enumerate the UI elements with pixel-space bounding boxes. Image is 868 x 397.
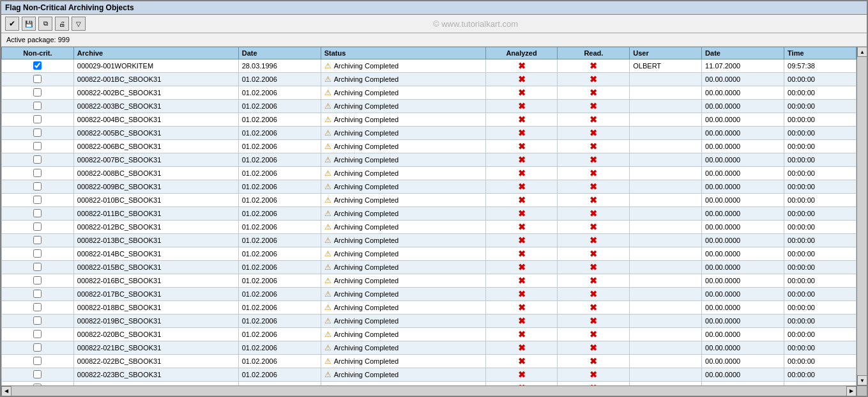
print-button[interactable]: 🖨 [55,17,69,31]
noncrit-checkbox[interactable] [33,330,42,338]
filter-button[interactable]: ▽ [72,17,86,31]
warning-icon: ⚠ [324,236,331,245]
analyzed-x-icon: ✖ [518,155,526,165]
noncrit-checkbox[interactable] [33,102,42,110]
analyzed-x-icon: ✖ [518,262,526,272]
time-cell: 00:00:00 [784,180,857,194]
date2-cell: 11.07.2000 [702,59,784,73]
noncrit-checkbox[interactable] [33,128,42,137]
date2-cell: 00.00.0000 [702,127,784,140]
noncrit-checkbox[interactable] [33,155,42,164]
table-container: Non-crit. Archive Date Status Analyzed R… [1,47,857,385]
scroll-track-vertical [857,57,867,375]
noncrit-checkbox[interactable] [33,263,42,271]
table-row: 000822-004BC_SBOOK3101.02.2006⚠Archiving… [2,113,857,127]
user-cell [630,368,702,382]
noncrit-checkbox[interactable] [33,88,42,97]
noncrit-checkbox[interactable] [33,384,42,386]
time-cell: 00:00:00 [784,247,857,261]
date-cell: 01.02.2006 [238,234,321,247]
time-cell: 00:00:00 [784,355,857,368]
user-cell [630,100,702,113]
read-cell: ✖ [558,59,630,73]
read-x-icon: ✖ [590,155,597,165]
analyzed-x-icon: ✖ [518,289,526,299]
noncrit-checkbox[interactable] [33,222,42,231]
scroll-up-button[interactable]: ▲ [857,47,867,57]
scroll-left-button[interactable]: ◀ [1,386,11,396]
table-row: 000822-016BC_SBOOK3101.02.2006⚠Archiving… [2,274,857,288]
date2-cell: 00.00.0000 [702,100,784,113]
analyzed-cell: ✖ [485,355,558,368]
noncrit-checkbox[interactable] [33,290,42,298]
archive-cell: 000822-011BC_SBOOK31 [73,207,238,221]
noncrit-checkbox[interactable] [33,357,42,365]
user-cell [630,328,702,341]
noncrit-checkbox[interactable] [33,343,42,352]
check-button[interactable]: ✔ [5,17,19,31]
vertical-scrollbar[interactable]: ▲ ▼ [857,47,867,385]
archive-cell: 000029-001WORKITEM [73,59,238,73]
user-cell [630,274,702,288]
table-row: 000822-021BC_SBOOK3101.02.2006⚠Archiving… [2,341,857,355]
read-cell: ✖ [558,315,630,328]
noncrit-cell [2,100,74,113]
analyzed-cell: ✖ [485,59,558,73]
read-x-icon: ✖ [590,222,597,232]
analyzed-cell: ✖ [485,140,558,153]
read-x-icon: ✖ [590,343,597,353]
noncrit-checkbox[interactable] [33,236,42,244]
table-row: 000822-015BC_SBOOK3101.02.2006⚠Archiving… [2,261,857,274]
date-cell: 01.02.2006 [238,355,321,368]
col-header-archive: Archive [73,47,238,59]
noncrit-cell [2,274,74,288]
status-cell: ⚠Archiving Completed [321,368,485,382]
date-cell: 01.02.2006 [238,328,321,341]
table-row: 000822-005BC_SBOOK3101.02.2006⚠Archiving… [2,127,857,140]
noncrit-checkbox[interactable] [33,75,42,83]
scroll-right-button[interactable]: ▶ [846,386,857,396]
col-header-noncrit: Non-crit. [2,47,74,59]
analyzed-x-icon: ✖ [518,356,526,366]
noncrit-checkbox[interactable] [33,182,42,191]
noncrit-cell [2,167,74,180]
noncrit-checkbox[interactable] [33,316,42,325]
noncrit-checkbox[interactable] [33,115,42,123]
date-cell: 01.02.2006 [238,207,321,221]
save-button[interactable]: 💾 [22,17,36,31]
user-cell [630,113,702,127]
read-x-icon: ✖ [590,370,597,380]
archive-cell: 000822-001BC_SBOOK31 [73,73,238,86]
analyzed-cell: ✖ [485,341,558,355]
status-cell: ⚠Archiving Completed [321,59,485,73]
noncrit-checkbox[interactable] [33,142,42,150]
scroll-down-button[interactable]: ▼ [857,375,867,385]
noncrit-checkbox[interactable] [33,209,42,217]
time-cell: 00:00:00 [784,86,857,100]
noncrit-checkbox[interactable] [33,276,42,284]
analyzed-cell: ✖ [485,234,558,247]
date-cell: 01.02.2006 [238,247,321,261]
read-x-icon: ✖ [590,182,597,192]
read-x-icon: ✖ [590,168,597,178]
date2-cell: 00.00.0000 [702,221,784,234]
noncrit-checkbox[interactable] [33,61,42,70]
archive-cell: 000822-024BC_SBOOK31 [73,382,238,386]
noncrit-checkbox[interactable] [33,249,42,258]
copy-button[interactable]: ⧉ [38,17,52,31]
col-header-time: Time [784,47,857,59]
date-cell: 01.02.2006 [238,315,321,328]
noncrit-checkbox[interactable] [33,303,42,311]
analyzed-x-icon: ✖ [518,276,526,286]
read-x-icon: ✖ [590,249,597,259]
read-x-icon: ✖ [590,302,597,313]
date2-cell: 00.00.0000 [702,140,784,153]
horizontal-scrollbar[interactable]: ◀ ▶ [1,385,867,396]
noncrit-checkbox[interactable] [33,196,42,204]
read-cell: ✖ [558,113,630,127]
analyzed-cell: ✖ [485,113,558,127]
noncrit-checkbox[interactable] [33,370,42,378]
noncrit-checkbox[interactable] [33,169,42,177]
print-icon: 🖨 [59,20,65,27]
analyzed-x-icon: ✖ [518,101,526,111]
